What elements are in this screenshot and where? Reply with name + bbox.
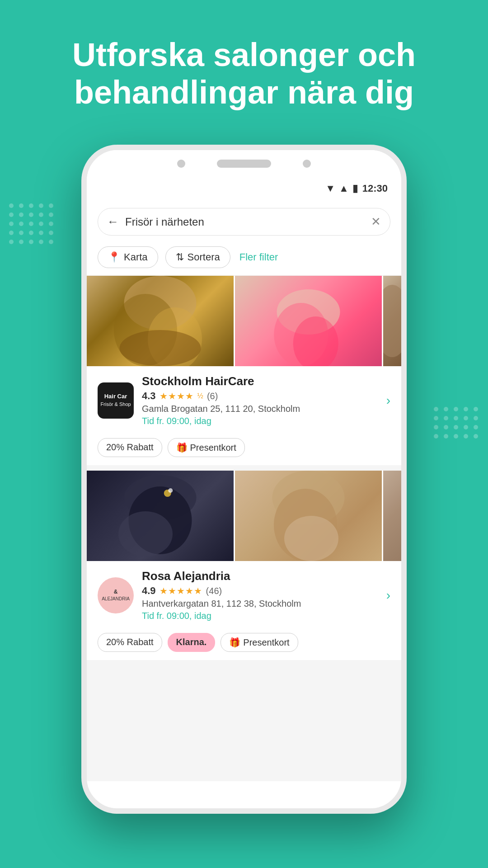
hero-title: Utforska salonger och behandlingar nära …: [27, 36, 461, 111]
search-text: Frisör i närheten: [125, 216, 365, 228]
salon-time-1: Tid fr. 09:00, idag: [142, 416, 378, 426]
phone-notch: [87, 150, 401, 177]
gift-icon-2: 🎁: [229, 637, 240, 648]
status-bar: ▼ ▲ ▮ 12:30: [87, 177, 401, 200]
search-container: ← Frisör i närheten ✕: [87, 200, 401, 242]
salon-rating-1: 4.3 ★★★★½ (6): [142, 390, 378, 402]
search-clear-button[interactable]: ✕: [371, 215, 381, 229]
svg-point-3: [120, 330, 201, 366]
tag-klarna-2: Klarna.: [168, 633, 216, 652]
stars-2: ★★★★★: [160, 585, 202, 596]
map-icon: 📍: [108, 251, 120, 263]
battery-icon: ▮: [352, 183, 358, 194]
salon-logo-2: &ALEJANDRIA: [98, 577, 134, 613]
signal-icon: ▲: [339, 183, 349, 194]
wifi-icon: ▼: [325, 183, 335, 194]
svg-rect-16: [383, 471, 401, 561]
search-bar[interactable]: ← Frisör i närheten ✕: [98, 208, 390, 236]
salon-image-2a: [87, 471, 234, 561]
back-button[interactable]: ←: [107, 215, 119, 229]
chevron-right-icon-1: ›: [386, 393, 390, 408]
phone-speaker: [217, 160, 271, 168]
more-filters-link[interactable]: Fler filter: [239, 251, 278, 263]
filter-row: 📍 Karta ⇅ Sortera Fler filter: [87, 242, 401, 276]
map-filter-button[interactable]: 📍 Karta: [98, 246, 158, 268]
rating-number-2: 4.9: [142, 585, 156, 597]
salon-info-2: &ALEJANDRIA Rosa Alejandria 4.9 ★★★★★ (4…: [87, 561, 401, 633]
salon-image-1a: [87, 276, 234, 366]
salon-card-1[interactable]: Hair CarFrisör & Shop Stockholm HairCare…: [87, 276, 401, 465]
salon-logo-1: Hair CarFrisör & Shop: [98, 382, 134, 419]
decorative-dots-right: [434, 407, 479, 439]
salon-images-2: [87, 471, 401, 561]
salon-name-2: Rosa Alejandria: [142, 569, 378, 583]
tag-discount-1: 20% Rabatt: [98, 438, 162, 457]
status-time: 12:30: [362, 183, 388, 194]
salon-image-2b: [235, 471, 382, 561]
salon-details-1: Stockholm HairCare 4.3 ★★★★½ (6) Gamla B…: [142, 374, 378, 426]
salon-header-2: &ALEJANDRIA Rosa Alejandria 4.9 ★★★★★ (4…: [98, 569, 390, 621]
salon-rating-2: 4.9 ★★★★★ (46): [142, 585, 378, 597]
half-star-1: ½: [197, 392, 203, 400]
salon-image-2c: [383, 471, 401, 561]
salon-header-1: Hair CarFrisör & Shop Stockholm HairCare…: [98, 374, 390, 426]
salon-info-1: Hair CarFrisör & Shop Stockholm HairCare…: [87, 366, 401, 438]
status-icons: ▼ ▲ ▮: [325, 183, 358, 194]
phone-mockup: ▼ ▲ ▮ 12:30 ← Frisör i närheten ✕ 📍 Kart…: [81, 145, 407, 814]
review-count-1: (6): [207, 391, 218, 401]
review-count-2: (46): [206, 586, 222, 596]
stars-1: ★★★★: [160, 391, 194, 401]
svg-point-15: [284, 516, 338, 561]
screen-content: ← Frisör i närheten ✕ 📍 Karta ⇅ Sortera …: [87, 200, 401, 781]
salon-details-2: Rosa Alejandria 4.9 ★★★★★ (46) Hantverka…: [142, 569, 378, 621]
salon-image-1c: [383, 276, 401, 366]
rating-number-1: 4.3: [142, 390, 156, 402]
chevron-right-icon-2: ›: [386, 588, 390, 603]
tag-gift-2: 🎁 Presentkort: [221, 633, 298, 652]
salon-time-2: Tid fr. 09:00, idag: [142, 611, 378, 621]
svg-point-10: [118, 511, 173, 557]
salon-address-1: Gamla Brogatan 25, 111 20, Stockholm: [142, 404, 378, 414]
gift-icon-1: 🎁: [176, 442, 188, 453]
salon-address-2: Hantverkargatan 81, 112 38, Stockholm: [142, 599, 378, 609]
salon-tags-2: 20% Rabatt Klarna. 🎁 Presentkort: [87, 633, 401, 660]
map-filter-label: Karta: [124, 251, 148, 263]
sort-icon: ⇅: [176, 251, 184, 263]
salon-card-2[interactable]: &ALEJANDRIA Rosa Alejandria 4.9 ★★★★★ (4…: [87, 471, 401, 660]
decorative-dots-left: [9, 203, 54, 244]
tag-gift-1: 🎁 Presentkort: [168, 438, 245, 457]
salon-name-1: Stockholm HairCare: [142, 374, 378, 388]
sort-filter-label: Sortera: [188, 251, 220, 263]
svg-point-12: [168, 488, 173, 493]
svg-point-7: [383, 285, 401, 357]
salon-tags-1: 20% Rabatt 🎁 Presentkort: [87, 438, 401, 465]
salon-images-1: [87, 276, 401, 366]
tag-discount-2: 20% Rabatt: [98, 633, 162, 652]
salon-image-1b: [235, 276, 382, 366]
phone-camera-dot-right: [303, 160, 311, 168]
sort-filter-button[interactable]: ⇅ Sortera: [165, 246, 230, 268]
phone-camera-dot-left: [177, 160, 185, 168]
